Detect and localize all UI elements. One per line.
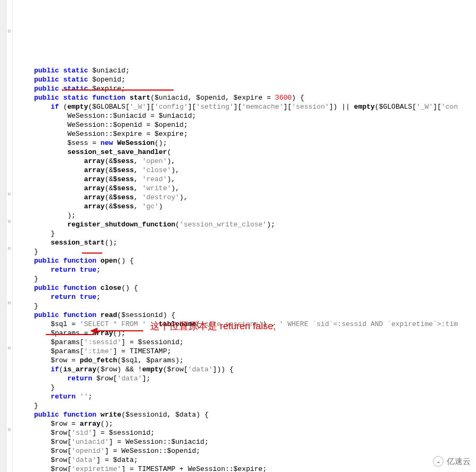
code-line: array(&$sess, 'gc') <box>17 202 476 211</box>
code-line: } <box>17 274 476 283</box>
code-line: WeSession::$expire = $expire; <box>17 129 476 139</box>
code-line: $row['data'] = $data; <box>17 455 476 465</box>
code-line: return true; <box>17 292 476 302</box>
code-line: public function open() { <box>17 256 476 265</box>
code-line: $row['uniacid'] = WeSession::$uniacid; <box>17 437 476 446</box>
code-line: array(&$sess, 'read'), <box>17 175 476 184</box>
code-line: $params[':sessid'] = $sessionid; <box>17 338 476 347</box>
code-line: array(&$sess, 'close'), <box>17 166 476 175</box>
code-line: array(&$sess, 'write'), <box>17 184 476 193</box>
svg-marker-1 <box>90 328 97 334</box>
code-line: session_set_save_handler( <box>17 148 476 157</box>
watermark: ☁ 亿速云 <box>433 456 471 467</box>
code-line: } <box>17 401 476 410</box>
code-line: } <box>17 302 476 311</box>
code-line: session_start(); <box>17 238 476 247</box>
code-line: public static $openid; <box>17 75 476 84</box>
code-line: public function read($sessionid) { <box>17 311 476 320</box>
code-line: array(&$sess, 'open'), <box>17 157 476 166</box>
code-line: $sess = new WeSession(); <box>17 139 476 148</box>
code-line: public static $uniacid; <box>17 66 476 75</box>
code-line: WeSession::$uniacid = $uniacid; <box>17 111 476 120</box>
code-line: if (empty($GLOBALS['_W']['config']['sett… <box>17 102 476 111</box>
underline-read <box>82 253 102 254</box>
code-line: } <box>17 383 476 392</box>
underline-session-handler <box>62 89 174 91</box>
code-line: $row = array(); <box>17 419 476 428</box>
code-line: $row['sid'] = $sessionid; <box>17 428 476 437</box>
watermark-logo-icon: ☁ <box>433 456 444 467</box>
code-line: $row = pdo_fetch($sql, $params); <box>17 356 476 365</box>
code-line: return true; <box>17 265 476 274</box>
code-line: } <box>17 229 476 238</box>
line-number-gutter <box>0 0 6 472</box>
fold-column: ⊟⊟⊟⊟⊟⊟⊟ <box>6 0 13 472</box>
code-area: 这个位置原本是 returen false; public static $un… <box>13 0 476 472</box>
code-line: if(is_array($row) && !empty($row['data']… <box>17 365 476 374</box>
code-line: $row['expiretime'] = TIMESTAMP + WeSessi… <box>17 465 476 472</box>
code-line: public static $expire; <box>17 84 476 93</box>
code-line: WeSession::$openid = $openid; <box>17 120 476 129</box>
code-line: return $row['data']; <box>17 374 476 383</box>
code-line: public function close() { <box>17 283 476 292</box>
code-line: } <box>17 247 476 256</box>
code-line: public static function start($uniacid, $… <box>17 93 476 102</box>
code-line: return ''; <box>17 392 476 401</box>
code-line: ); <box>17 211 476 220</box>
underline-return <box>46 334 94 335</box>
code-line: public function write($sessionid, $data)… <box>17 410 476 419</box>
arrow-annotation <box>90 326 143 336</box>
annotation-text: 这个位置原本是 returen false; <box>150 322 276 331</box>
code-line: array(&$sess, 'destroy'), <box>17 193 476 202</box>
code-line: $row['openid'] = WeSession::$openid; <box>17 446 476 455</box>
watermark-text: 亿速云 <box>447 457 471 467</box>
code-line: $params[':time'] = TIMESTAMP; <box>17 347 476 356</box>
code-line: register_shutdown_function('session_writ… <box>17 220 476 229</box>
